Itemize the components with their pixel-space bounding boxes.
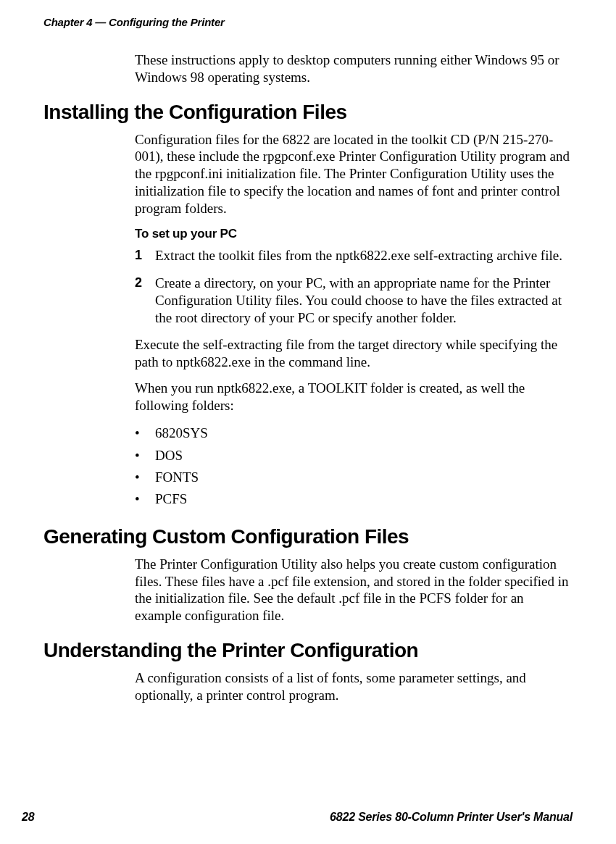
intro-paragraph: These instructions apply to desktop comp… xyxy=(135,51,573,86)
list-item: 1Extract the toolkit files from the nptk… xyxy=(135,247,573,264)
folder-name: FONTS xyxy=(155,469,199,485)
heading-understanding: Understanding the Printer Configuration xyxy=(43,639,573,662)
step-text: Create a directory, on your PC, with an … xyxy=(155,275,562,325)
heading-generating: Generating Custom Configuration Files xyxy=(43,525,573,548)
folder-name: DOS xyxy=(155,448,183,463)
page-number: 28 xyxy=(22,811,34,824)
section2-paragraph: The Printer Configuration Utility also h… xyxy=(135,556,573,624)
subhead-setup-pc: To set up your PC xyxy=(135,227,573,241)
content-column: These instructions apply to desktop comp… xyxy=(43,51,573,703)
setup-steps-list: 1Extract the toolkit files from the nptk… xyxy=(135,247,573,326)
footer-doc-title: 6822 Series 80-Column Printer User's Man… xyxy=(330,811,573,824)
heading-installing: Installing the Configuration Files xyxy=(43,101,573,124)
section3-paragraph: A configuration consists of a list of fo… xyxy=(135,669,573,704)
section1-paragraph2: Execute the self-extracting file from th… xyxy=(135,336,573,371)
page-footer: 28 6822 Series 80-Column Printer User's … xyxy=(22,811,573,824)
list-item: 6820SYS xyxy=(135,422,573,444)
section1-paragraph: Configuration files for the 6822 are loc… xyxy=(135,131,573,217)
folders-list: 6820SYS DOS FONTS PCFS xyxy=(135,422,573,511)
running-header: Chapter 4 — Configuring the Printer xyxy=(43,16,573,28)
page-container: Chapter 4 — Configuring the Printer Thes… xyxy=(0,0,616,844)
step-text: Extract the toolkit files from the nptk6… xyxy=(155,248,562,263)
section1-paragraph3: When you run nptk6822.exe, a TOOLKIT fol… xyxy=(135,380,573,414)
step-number: 1 xyxy=(135,247,142,264)
list-item: 2Create a directory, on your PC, with an… xyxy=(135,275,573,326)
folder-name: PCFS xyxy=(155,491,187,506)
list-item: FONTS xyxy=(135,467,573,488)
list-item: PCFS xyxy=(135,488,573,510)
folder-name: 6820SYS xyxy=(155,425,208,440)
list-item: DOS xyxy=(135,445,573,467)
step-number: 2 xyxy=(135,275,142,291)
